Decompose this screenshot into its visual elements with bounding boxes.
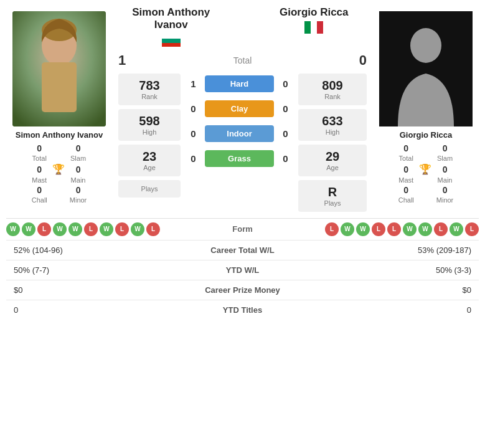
- two-cols: 783 Rank 598 High 23 Age Plays: [118, 74, 367, 212]
- right-mast-label: Mast: [398, 176, 414, 184]
- left-chall-val: 0: [32, 185, 47, 195]
- grass-badge: Grass: [205, 150, 274, 167]
- stats-row: $0 Career Prize Money $0: [6, 280, 479, 300]
- right-player-name: Giorgio Ricca: [400, 130, 453, 140]
- form-ball: W: [6, 222, 20, 236]
- left-indoor-val: 0: [186, 128, 201, 139]
- left-high-val: 598: [122, 114, 177, 128]
- left-rank-val: 783: [122, 79, 177, 93]
- right-form-balls: LWWLLWWLWL: [325, 222, 479, 236]
- form-ball: W: [450, 222, 463, 236]
- right-total-label: Total: [398, 155, 414, 162]
- right-high-box: 633 High: [298, 109, 367, 141]
- clay-row: 0 Clay 0: [186, 98, 293, 120]
- stat-center-label: Career Prize Money: [172, 280, 314, 300]
- right-slam-val: 0: [436, 143, 454, 153]
- left-flag-line: [118, 34, 224, 47]
- form-ball: L: [115, 222, 129, 236]
- left-main-label: Main: [70, 176, 87, 184]
- right-chall-label: Chall: [398, 196, 414, 204]
- left-main-val: 0: [70, 164, 87, 174]
- stats-row: 52% (104-96) Career Total W/L 53% (209-1…: [6, 240, 479, 260]
- form-ball: W: [53, 222, 67, 236]
- right-hard-val: 0: [278, 79, 293, 89]
- stat-left-val: $0: [6, 280, 172, 300]
- right-minor-val: 0: [436, 185, 454, 195]
- form-ball: L: [387, 222, 401, 236]
- right-col-stats: 809 Rank 633 High 29 Age R Plays: [298, 74, 367, 212]
- stat-right-val: 0: [313, 300, 479, 320]
- form-ball: L: [465, 222, 479, 236]
- right-rank-label: Rank: [304, 93, 360, 100]
- total-center-label: Total: [233, 55, 252, 65]
- indoor-row: 0 Indoor 0: [186, 123, 293, 145]
- left-clay-val: 0: [186, 103, 201, 114]
- right-rank-box: 809 Rank: [298, 74, 367, 105]
- total-line: 1 Total 0: [118, 50, 367, 74]
- right-player-photo: [379, 11, 473, 126]
- right-match-score: 0: [359, 52, 367, 69]
- left-grass-val: 0: [186, 153, 201, 164]
- right-minor-label: Minor: [436, 196, 454, 204]
- left-player-stats: 0 0 Total Slam 0 🏆 0 Mast Main 0 0: [32, 143, 87, 204]
- form-ball: W: [100, 222, 113, 236]
- bottom-section: WWLWWLWLWL Form LWWLLWWLWL 52% (104-96) …: [6, 218, 479, 320]
- stat-right-val: 50% (3-3): [313, 260, 479, 280]
- left-player-photo-svg: [12, 11, 106, 126]
- left-plays-label: Plays: [122, 185, 177, 193]
- svg-rect-2: [42, 62, 77, 112]
- right-plays-box: R Plays: [298, 180, 367, 212]
- right-mast-val: 0: [398, 164, 414, 174]
- left-player-photo: [12, 11, 106, 126]
- clay-badge: Clay: [205, 100, 274, 117]
- left-minor-label: Minor: [70, 196, 87, 204]
- form-ball: L: [84, 222, 98, 236]
- left-player-name: Simon Anthony Ivanov: [16, 130, 103, 140]
- right-high-label: High: [304, 128, 360, 136]
- right-chall-val: 0: [398, 185, 414, 195]
- grass-row: 0 Grass 0: [186, 148, 293, 169]
- right-age-label: Age: [304, 164, 360, 171]
- right-name-block: Giorgio Ricca: [261, 6, 367, 34]
- left-plays-box: Plays: [118, 180, 181, 198]
- right-player-stats: 0 0 Total Slam 0 🏆 0 Mast Main 0 0: [398, 143, 454, 204]
- left-col-stats: 783 Rank 598 High 23 Age Plays: [118, 74, 181, 212]
- hard-row: 1 Hard 0: [186, 74, 293, 95]
- left-mast-label: Mast: [32, 176, 47, 184]
- right-main-label: Main: [436, 176, 454, 184]
- stat-left-val: 52% (104-96): [6, 240, 172, 260]
- form-ball: L: [372, 222, 385, 236]
- left-big-name: Simon Anthony Ivanov: [118, 6, 224, 32]
- form-ball: W: [403, 222, 417, 236]
- right-flag-line: [261, 21, 367, 34]
- form-ball: W: [68, 222, 82, 236]
- stat-left-val: 50% (7-7): [6, 260, 172, 280]
- left-form-balls: WWLWWLWLWL: [6, 222, 160, 236]
- stat-center-label: YTD Titles: [172, 300, 314, 320]
- form-ball: L: [434, 222, 448, 236]
- left-trophy-icon: 🏆: [52, 163, 65, 175]
- stat-left-val: 0: [6, 300, 172, 320]
- stats-row: 50% (7-7) YTD W/L 50% (3-3): [6, 260, 479, 280]
- right-age-box: 29 Age: [298, 145, 367, 176]
- right-rank-val: 809: [304, 79, 360, 93]
- form-ball: W: [131, 222, 144, 236]
- svg-rect-7: [304, 21, 311, 34]
- svg-point-11: [410, 28, 441, 63]
- right-grass-val: 0: [278, 153, 293, 164]
- stat-right-val: 53% (209-187): [313, 240, 479, 260]
- left-name-block: Simon Anthony Ivanov: [118, 6, 224, 47]
- stats-table: 52% (104-96) Career Total W/L 53% (209-1…: [6, 240, 479, 320]
- left-total-label: Total: [32, 155, 47, 162]
- svg-rect-6: [162, 43, 181, 47]
- left-flag: [162, 34, 181, 47]
- left-age-box: 23 Age: [118, 145, 181, 176]
- main-container: Simon Anthony Ivanov 0 0 Total Slam 0 🏆 …: [0, 0, 485, 326]
- left-mast-val: 0: [32, 164, 47, 174]
- stat-right-val: $0: [313, 280, 479, 300]
- form-ball: W: [341, 222, 354, 236]
- right-clay-val: 0: [278, 103, 293, 114]
- svg-rect-5: [162, 39, 181, 43]
- form-row: WWLWWLWLWL Form LWWLLWWLWL: [6, 218, 479, 240]
- left-total-val: 0: [32, 143, 47, 153]
